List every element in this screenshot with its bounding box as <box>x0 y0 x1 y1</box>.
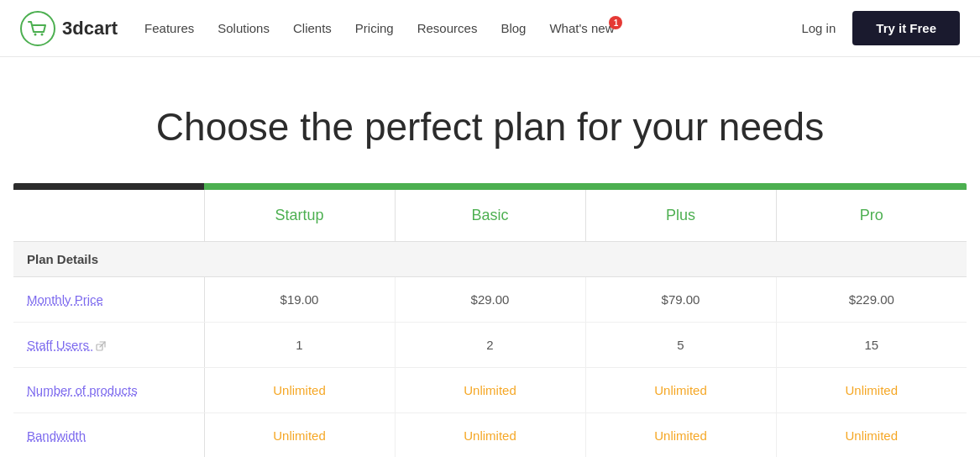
logo-text: 3dcart <box>62 18 118 39</box>
staff-users-pro: 15 <box>776 323 967 368</box>
nav-solutions[interactable]: Solutions <box>217 21 270 35</box>
monthly-price-pro: $229.00 <box>776 277 967 323</box>
table-row-staff-users: Staff Users 1 2 5 15 <box>13 323 967 368</box>
bar-pro <box>776 183 967 190</box>
svg-point-2 <box>41 33 44 35</box>
cart-icon <box>20 11 55 46</box>
header-right: Log in Try it Free <box>801 11 960 45</box>
plan-startup: Startup <box>204 190 395 242</box>
main-nav: Features Solutions Clients Pricing Resou… <box>144 21 801 35</box>
bandwidth-pro: Unlimited <box>776 413 967 458</box>
hero-section: Choose the perfect plan for your needs <box>0 57 980 183</box>
plan-basic: Basic <box>395 190 585 242</box>
products-basic: Unlimited <box>395 368 585 413</box>
plan-label-empty <box>13 190 204 242</box>
svg-point-0 <box>21 12 55 45</box>
staff-users-startup: 1 <box>204 323 395 368</box>
products-plus: Unlimited <box>585 368 776 413</box>
try-free-button[interactable]: Try it Free <box>852 11 960 45</box>
bar-plus <box>585 183 776 190</box>
staff-users-plus: 5 <box>585 323 776 368</box>
bar-empty <box>13 183 204 190</box>
hero-title: Choose the perfect plan for your needs <box>20 104 960 150</box>
section-header-row: Plan Details <box>13 242 967 277</box>
nav-whats-new[interactable]: What's new <box>549 21 614 35</box>
staff-users-basic: 2 <box>395 323 585 368</box>
monthly-price-startup: $19.00 <box>204 277 395 323</box>
nav-features[interactable]: Features <box>144 21 194 35</box>
nav-clients[interactable]: Clients <box>293 21 332 35</box>
table-row-bandwidth: Bandwidth Unlimited Unlimited Unlimited … <box>13 413 967 458</box>
row-label-bandwidth: Bandwidth <box>13 413 204 458</box>
pricing-table: Startup Basic Plus Pro Plan Details Mont… <box>13 183 967 457</box>
row-label-staff-users: Staff Users <box>13 323 204 368</box>
header: 3dcart Features Solutions Clients Pricin… <box>0 0 980 57</box>
monthly-price-plus: $79.00 <box>585 277 776 323</box>
staff-users-link[interactable]: Staff Users <box>27 338 106 352</box>
whats-new-badge: 1 <box>609 16 622 29</box>
monthly-price-basic: $29.00 <box>395 277 585 323</box>
bandwidth-plus: Unlimited <box>585 413 776 458</box>
nav-whats-new-wrap: What's new 1 <box>549 21 614 35</box>
bandwidth-startup: Unlimited <box>204 413 395 458</box>
monthly-price-link[interactable]: Monthly Price <box>27 292 103 307</box>
nav-resources[interactable]: Resources <box>417 21 478 35</box>
table-row-products: Number of products Unlimited Unlimited U… <box>13 368 967 413</box>
section-header-label: Plan Details <box>13 242 967 277</box>
bar-startup <box>204 183 395 190</box>
bandwidth-link[interactable]: Bandwidth <box>27 428 86 443</box>
products-startup: Unlimited <box>204 368 395 413</box>
login-link[interactable]: Log in <box>801 21 836 35</box>
products-pro: Unlimited <box>776 368 967 413</box>
top-bar-row <box>13 183 967 190</box>
table-row-monthly-price: Monthly Price $19.00 $29.00 $79.00 $229.… <box>13 277 967 323</box>
nav-blog[interactable]: Blog <box>500 21 526 35</box>
plan-plus: Plus <box>585 190 776 242</box>
staff-users-label: Staff Users <box>27 338 89 352</box>
bandwidth-basic: Unlimited <box>395 413 585 458</box>
row-label-products: Number of products <box>13 368 204 413</box>
svg-point-1 <box>34 33 37 35</box>
external-link-icon <box>96 341 106 351</box>
bar-basic <box>395 183 585 190</box>
nav-pricing[interactable]: Pricing <box>355 21 394 35</box>
logo[interactable]: 3dcart <box>20 11 118 46</box>
row-label-monthly-price: Monthly Price <box>13 277 204 323</box>
pricing-section: Startup Basic Plus Pro Plan Details Mont… <box>0 183 980 457</box>
plan-name-row: Startup Basic Plus Pro <box>13 190 967 242</box>
products-link[interactable]: Number of products <box>27 383 138 397</box>
plan-pro: Pro <box>776 190 967 242</box>
